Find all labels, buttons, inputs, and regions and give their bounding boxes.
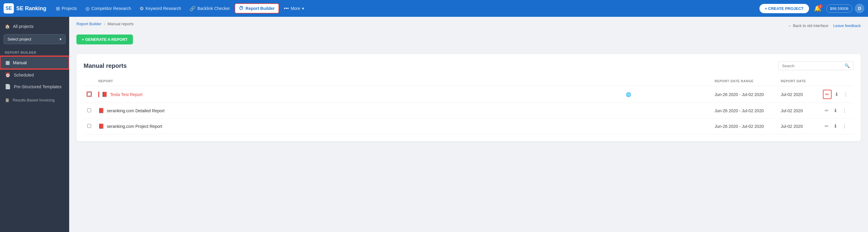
- edit-button-row3[interactable]: ✏: [823, 122, 830, 130]
- nav-item-competitor-research[interactable]: ◎ Competitor Research: [82, 4, 135, 13]
- notifications-button[interactable]: 🔔 1: [811, 4, 824, 13]
- reports-card: Manual reports 🔍 REPORT REPORT DATE RANG…: [76, 54, 861, 141]
- projects-icon: ⊞: [56, 6, 60, 11]
- sidebar-item-pre-structured[interactable]: 📄 Pre-Structured Templates: [0, 81, 69, 92]
- more-button-row3[interactable]: ⋮: [840, 122, 849, 130]
- main-content: Report Builder › Manual reports ← Back t…: [69, 17, 868, 232]
- pdf-icon: 📕: [98, 108, 104, 113]
- nav-item-more[interactable]: ••• More ▾: [280, 4, 308, 13]
- sidebar: 🏠 All projects Select project ▾ REPORT B…: [0, 17, 69, 232]
- col-globe: [622, 76, 711, 86]
- balance-button[interactable]: $98.59008: [826, 4, 852, 12]
- nav-item-projects[interactable]: ⊞ Projects: [52, 4, 81, 13]
- row1-report: 📕 Tesla Test Report: [95, 86, 622, 103]
- report-builder-icon: ⏱: [239, 6, 244, 11]
- search-box[interactable]: 🔍: [778, 61, 854, 70]
- leave-feedback-link[interactable]: Leave feedback: [833, 24, 861, 28]
- edit-button-row1[interactable]: ✏: [823, 90, 832, 99]
- col-report-date: REPORT DATE: [777, 76, 819, 86]
- row1-report-date: Jul-02 2020: [777, 86, 819, 103]
- row3-date-range: Jun-26 2020 - Jul-02 2020: [711, 119, 777, 134]
- competitor-icon: ◎: [85, 6, 90, 11]
- search-input[interactable]: [782, 64, 842, 68]
- create-project-button[interactable]: + CREATE PROJECT: [760, 4, 809, 13]
- breadcrumb-report-builder[interactable]: Report Builder: [76, 22, 101, 26]
- nav-item-backlink-checker[interactable]: 🔗 Backlink Checker: [186, 4, 234, 13]
- row1-globe: 🌐: [622, 86, 711, 103]
- row2-checkbox-input[interactable]: [87, 108, 91, 112]
- edit-button-row2[interactable]: ✏: [823, 107, 830, 115]
- nav-right: + CREATE PROJECT 🔔 1 $98.59008 D: [760, 4, 864, 13]
- row1-checkbox-input[interactable]: [87, 92, 91, 96]
- project-selector[interactable]: Select project ▾: [4, 34, 66, 44]
- download-button-row3[interactable]: ⬇: [832, 122, 839, 130]
- app-logo[interactable]: SE SE Ranking: [4, 3, 46, 13]
- table-row: 📕 Tesla Test Report 🌐 Jun-26 2020 - Jul-…: [84, 86, 854, 103]
- row2-checkbox: [84, 103, 95, 119]
- sidebar-item-results-invoicing[interactable]: 📋 Results-Based Invoicing: [0, 95, 69, 105]
- more-button-row2[interactable]: ⋮: [840, 107, 849, 115]
- table-header-row: REPORT REPORT DATE RANGE REPORT DATE: [84, 76, 854, 86]
- row2-report: 📕 seranking.com Detailed Report: [95, 103, 622, 119]
- download-button-row1[interactable]: ⬇: [833, 90, 840, 99]
- scheduled-icon: ⏰: [5, 72, 11, 78]
- breadcrumb: Report Builder › Manual reports: [76, 22, 133, 26]
- pdf-icon: 📕: [98, 123, 104, 129]
- breadcrumb-current: Manual reports: [107, 22, 133, 26]
- row3-globe: [622, 119, 711, 134]
- download-button-row2[interactable]: ⬇: [832, 107, 839, 115]
- top-bar-left: Report Builder › Manual reports: [76, 22, 133, 30]
- chevron-down-icon: ▾: [60, 37, 62, 41]
- col-actions: [819, 76, 854, 86]
- row3-actions: ✏ ⬇ ⋮: [819, 119, 854, 134]
- pdf-icon: 📕: [102, 91, 108, 97]
- search-icon: 🔍: [844, 63, 850, 68]
- pre-structured-icon: 📄: [5, 84, 11, 89]
- nav-item-report-builder[interactable]: ⏱ Report Builder: [235, 3, 279, 13]
- row2-actions: ✏ ⬇ ⋮: [819, 103, 854, 119]
- top-bar-right: ← Back to old interface Leave feedback: [788, 24, 861, 28]
- reports-table: REPORT REPORT DATE RANGE REPORT DATE: [84, 76, 854, 134]
- notification-badge: 1: [818, 4, 823, 8]
- backlink-icon: 🔗: [189, 6, 195, 11]
- sidebar-item-manual[interactable]: ▦ Manual: [0, 56, 69, 69]
- row2-report-date: Jul-02 2020: [777, 103, 819, 119]
- row2-globe: [622, 103, 711, 119]
- col-report: REPORT: [95, 76, 622, 86]
- manual-icon: ▦: [5, 60, 10, 66]
- generate-report-button[interactable]: + GENERATE A REPORT: [76, 35, 133, 44]
- row3-checkbox-input[interactable]: [87, 124, 91, 128]
- row1-date-range: Jun-26 2020 - Jul-02 2020: [711, 86, 777, 103]
- page-title: Manual reports: [84, 63, 127, 69]
- invoicing-icon: 📋: [5, 98, 10, 102]
- sidebar-all-projects[interactable]: 🏠 All projects: [0, 22, 69, 31]
- back-to-old-interface[interactable]: ← Back to old interface: [788, 24, 828, 28]
- more-icon: •••: [284, 6, 289, 11]
- row3-checkbox: [84, 119, 95, 134]
- sidebar-item-scheduled[interactable]: ⏰ Scheduled: [0, 69, 69, 81]
- col-date-range: REPORT DATE RANGE: [711, 76, 777, 86]
- col-checkbox: [84, 76, 95, 86]
- top-navigation: SE SE Ranking ⊞ Projects ◎ Competitor Re…: [0, 0, 868, 17]
- sidebar-section-label: REPORT BUILDER: [0, 47, 69, 56]
- avatar-button[interactable]: D: [855, 4, 864, 13]
- more-button-row1[interactable]: ⋮: [841, 90, 850, 99]
- row1-checkbox: [84, 86, 95, 103]
- top-bar: Report Builder › Manual reports ← Back t…: [76, 22, 861, 30]
- globe-icon[interactable]: 🌐: [626, 92, 631, 97]
- nav-item-keyword-research[interactable]: ⚙ Keyword Research: [136, 4, 185, 13]
- row1-actions: ✏ ⬇ ⋮: [819, 86, 854, 103]
- row2-date-range: Jun-26 2020 - Jul-02 2020: [711, 103, 777, 119]
- content-header: Manual reports 🔍: [84, 61, 854, 70]
- logo-icon: SE: [4, 3, 14, 13]
- row3-report: 📕 seranking.com Project Report: [95, 119, 622, 134]
- home-icon: 🏠: [5, 24, 10, 29]
- keyword-icon: ⚙: [140, 6, 144, 11]
- table-row: 📕 seranking.com Detailed Report Jun-26 2…: [84, 103, 854, 119]
- breadcrumb-separator: ›: [104, 22, 105, 26]
- row3-report-date: Jul-02 2020: [777, 119, 819, 134]
- table-row: 📕 seranking.com Project Report Jun-26 20…: [84, 119, 854, 134]
